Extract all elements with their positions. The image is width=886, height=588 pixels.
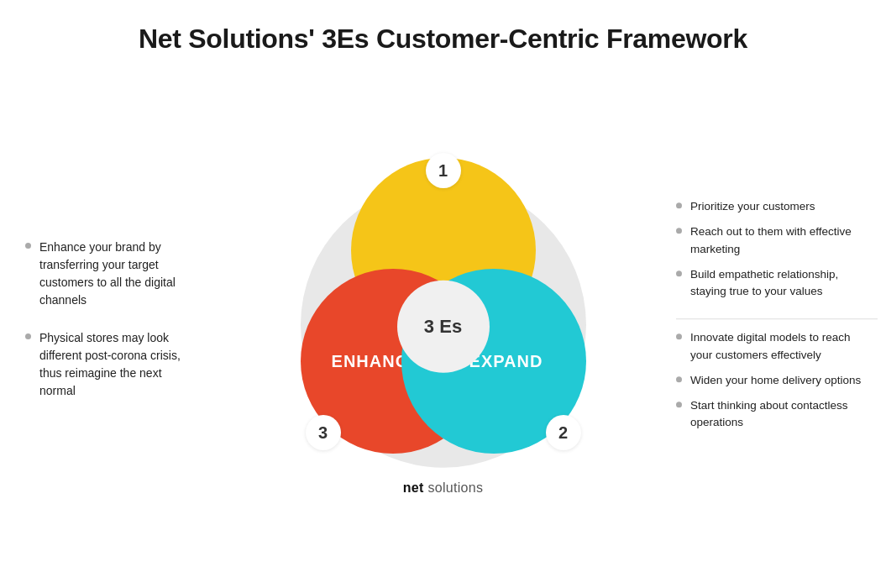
center-circle: 3 Es	[397, 281, 490, 373]
page-title: Net Solutions' 3Es Customer-Centric Fram…	[0, 0, 886, 63]
brand-logo: net solutions	[403, 480, 484, 496]
right-item-5: Widen your home delivery options	[690, 372, 861, 389]
list-item: Start thinking about contactless operati…	[676, 397, 869, 432]
list-item: Reach out to them with effective marketi…	[676, 224, 869, 259]
right-section-2: Innovate digital models to reach your cu…	[668, 323, 886, 447]
main-content: Enhance your brand by transferring your …	[0, 63, 886, 575]
diagram-container: EMPATHIZE ENHANCE EXPAND 3 Es 1 2 3 net …	[284, 143, 603, 496]
right-section-1: Prioritize your customers Reach out to t…	[668, 192, 886, 315]
right-item-2: Reach out to them with effective marketi…	[690, 224, 869, 259]
left-item-1: Enhance your brand by transferring your …	[39, 239, 193, 309]
bullet-icon	[676, 376, 682, 382]
center-text: 3 Es	[424, 316, 462, 338]
badge-3: 3	[306, 415, 341, 450]
badge-1: 1	[426, 153, 461, 188]
bullet-icon	[25, 243, 31, 249]
right-item-6: Start thinking about contactless operati…	[690, 397, 869, 432]
left-item-2: Physical stores may look different post-…	[39, 329, 193, 400]
right-item-1: Prioritize your customers	[690, 198, 815, 215]
list-item: Enhance your brand by transferring your …	[25, 239, 193, 309]
bullet-icon	[676, 402, 682, 407]
list-item: Prioritize your customers	[676, 198, 869, 215]
list-item: Physical stores may look different post-…	[25, 329, 193, 400]
bullet-icon	[676, 270, 682, 276]
right-item-4: Innovate digital models to reach your cu…	[690, 330, 869, 365]
left-panel: Enhance your brand by transferring your …	[0, 239, 202, 400]
bullet-icon	[676, 228, 682, 234]
list-item: Widen your home delivery options	[676, 372, 869, 389]
list-item: Innovate digital models to reach your cu…	[676, 330, 869, 365]
right-item-3: Build empathetic relationship, staying t…	[690, 266, 869, 301]
badge-2: 2	[546, 415, 581, 450]
expand-label: EXPAND	[469, 352, 543, 371]
bullet-icon	[676, 334, 682, 340]
list-item: Build empathetic relationship, staying t…	[676, 266, 869, 301]
bullet-icon	[25, 333, 31, 339]
brand-net: net	[403, 480, 424, 495]
right-panel: Prioritize your customers Reach out to t…	[668, 192, 886, 447]
divider	[676, 319, 878, 320]
brand-solutions: solutions	[424, 480, 484, 495]
bullet-icon	[676, 202, 682, 208]
